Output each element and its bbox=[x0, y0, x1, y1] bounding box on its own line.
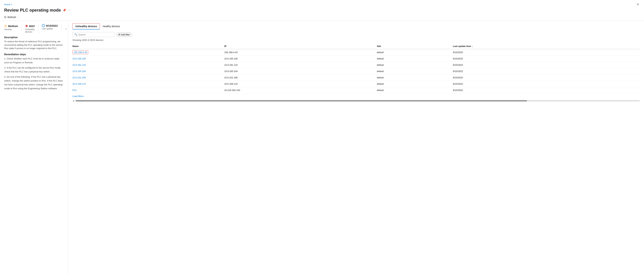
last-update-item: 9/15/2022 Last update bbox=[42, 24, 62, 30]
add-filter-label: Add filter bbox=[121, 33, 130, 36]
right-panel: Unhealthy devicesHealthy devices 🔍 ⊞ Add… bbox=[68, 21, 644, 274]
table-row: 10.0.191.11010.0.191.110default9/15/2022 bbox=[72, 62, 640, 68]
main-content: ⚠ Medium Severity ⊗ 2623 Unhealthy devic… bbox=[0, 21, 644, 274]
breadcrumb-sep: > bbox=[11, 3, 12, 6]
table-row: 192.168.4.43192.168.4.43default9/15/2022 bbox=[72, 49, 640, 56]
remediation-step: 3. Do one of the following: If the PLC h… bbox=[4, 75, 64, 90]
scroll-track[interactable] bbox=[76, 100, 640, 101]
device-name-link[interactable]: 10.9.100.104 bbox=[72, 70, 86, 73]
device-last-update: 9/15/2022 bbox=[453, 62, 640, 68]
devices-table: NameIPSiteLast update time ↓ 192.168.4.4… bbox=[72, 44, 640, 93]
left-panel: ⚠ Medium Severity ⊗ 2623 Unhealthy devic… bbox=[0, 21, 68, 274]
device-ip: 192.168.4.43 bbox=[224, 49, 377, 56]
scroll-thumb bbox=[76, 100, 527, 101]
remediation-step: 1. Check whether each PLC must be in uns… bbox=[4, 57, 64, 65]
remediation-step: 2. If the PLC can be configured to the s… bbox=[4, 66, 64, 74]
unhealthy-item: ⊗ 2623 Unhealthy devices bbox=[25, 24, 38, 33]
add-filter-button[interactable]: ⊞ Add filter bbox=[116, 32, 132, 37]
device-last-update: 9/15/2022 bbox=[453, 87, 640, 93]
table-row: 10.0.109.11010.0.109.110default9/15/2022 bbox=[72, 81, 640, 87]
device-name-link[interactable]: 192.168.4.43 bbox=[72, 51, 88, 54]
device-last-update: 9/15/2022 bbox=[453, 68, 640, 74]
table-row: PLC10.216.292.143default9/15/2022 bbox=[72, 87, 640, 93]
refresh-button[interactable]: ↻ Refresh bbox=[4, 16, 16, 19]
last-update-value: 9/15/2022 bbox=[42, 24, 58, 27]
device-last-update: 9/15/2022 bbox=[453, 49, 640, 56]
severity-text: Medium bbox=[8, 25, 18, 28]
remediation-section: Remediation steps 1. Check whether each … bbox=[4, 53, 64, 92]
device-site: default bbox=[377, 68, 453, 74]
remediation-steps: 1. Check whether each PLC must be in uns… bbox=[4, 57, 64, 91]
load-more-link[interactable]: Load More... bbox=[72, 95, 640, 97]
description-title: Description bbox=[4, 36, 64, 39]
unhealthy-label: Unhealthy devices bbox=[25, 28, 35, 33]
search-box: 🔍 bbox=[72, 32, 114, 37]
device-site: default bbox=[377, 56, 453, 62]
device-site: default bbox=[377, 81, 453, 87]
device-ip: 10.9.100.104 bbox=[224, 68, 377, 74]
error-icon: ⊗ bbox=[25, 24, 28, 28]
top-bar: Home > ✕ bbox=[0, 0, 644, 7]
device-name-link[interactable]: 10.0.109.110 bbox=[72, 83, 86, 85]
device-site: default bbox=[377, 62, 453, 68]
device-last-update: 9/15/2022 bbox=[453, 74, 640, 81]
device-site: default bbox=[377, 49, 453, 56]
device-site: default bbox=[377, 74, 453, 81]
table-row: 10.0.100.10010.0.100.100default9/15/2022 bbox=[72, 56, 640, 62]
breadcrumb-home[interactable]: Home bbox=[4, 3, 10, 6]
severity-row: ⚠ Medium Severity ⊗ 2623 Unhealthy devic… bbox=[4, 24, 64, 33]
description-section: Description To reduce the threat of mali… bbox=[4, 36, 64, 50]
scroll-area: NameIPSiteLast update time ↓ 192.168.4.4… bbox=[72, 44, 640, 102]
device-ip: 10.0.191.110 bbox=[224, 62, 377, 68]
device-ip: 10.0.109.110 bbox=[224, 81, 377, 87]
device-name-link[interactable]: PLC bbox=[72, 89, 77, 91]
remediation-title: Remediation steps bbox=[4, 53, 64, 56]
tabs-container: Unhealthy devicesHealthy devices bbox=[72, 23, 640, 29]
clock-icon bbox=[42, 24, 45, 27]
device-name-link[interactable]: 10.0.101.195 bbox=[72, 76, 86, 79]
device-site: default bbox=[377, 87, 453, 93]
device-name-link[interactable]: 10.0.191.110 bbox=[72, 64, 86, 66]
last-update-label: Last update bbox=[42, 28, 58, 30]
severity-item: ⚠ Medium Severity bbox=[4, 24, 22, 31]
unhealthy-value: ⊗ 2623 bbox=[25, 24, 35, 28]
device-last-update: 9/15/2022 bbox=[453, 81, 640, 87]
search-row: 🔍 ⊞ Add filter bbox=[72, 32, 640, 37]
page-title: Review PLC operating mode bbox=[4, 8, 61, 13]
device-ip: 10.0.101.195 bbox=[224, 74, 377, 81]
severity-value: ⚠ Medium bbox=[4, 24, 18, 28]
refresh-label: Refresh bbox=[8, 16, 16, 19]
nav-arrow-icon[interactable]: › bbox=[66, 27, 67, 31]
pin-icon[interactable]: 📌 bbox=[63, 9, 66, 12]
unhealthy-count: 2623 bbox=[29, 25, 35, 28]
search-input[interactable] bbox=[78, 33, 112, 36]
last-update-date: 9/15/2022 bbox=[46, 24, 58, 27]
toolbar: ↻ Refresh bbox=[0, 14, 644, 21]
device-name-link[interactable]: 10.0.100.100 bbox=[72, 57, 86, 60]
showing-count: Showing 1000 of 2623 devices bbox=[72, 39, 640, 41]
table-row: 10.0.101.19510.0.101.195default9/15/2022 bbox=[72, 74, 640, 81]
more-icon[interactable]: ··· bbox=[68, 9, 71, 12]
device-ip: 10.0.100.100 bbox=[224, 56, 377, 62]
filter-icon: ⊞ bbox=[118, 33, 120, 36]
table-row: 10.9.100.10410.9.100.104default9/15/2022 bbox=[72, 68, 640, 74]
search-icon: 🔍 bbox=[74, 33, 77, 36]
refresh-icon: ↻ bbox=[4, 16, 6, 19]
col-header-last_update[interactable]: Last update time ↓ bbox=[453, 44, 640, 49]
col-header-site: Site bbox=[377, 44, 453, 49]
description-text: To reduce the threat of malicious PLC pr… bbox=[4, 40, 64, 50]
warning-icon: ⚠ bbox=[4, 24, 7, 28]
scroll-left-arrow[interactable]: ◄ bbox=[72, 100, 74, 102]
tab-unhealthy[interactable]: Unhealthy devices bbox=[72, 23, 100, 29]
severity-label: Severity bbox=[4, 28, 18, 31]
page-container: Home > ✕ Review PLC operating mode 📌 ···… bbox=[0, 0, 644, 274]
device-ip: 10.216.292.143 bbox=[224, 87, 377, 93]
close-button[interactable]: ✕ bbox=[636, 2, 640, 7]
tab-healthy[interactable]: Healthy devices bbox=[100, 23, 123, 29]
device-last-update: 9/15/2022 bbox=[453, 56, 640, 62]
col-header-name: Name bbox=[72, 44, 224, 49]
breadcrumb: Home > bbox=[4, 3, 12, 6]
horizontal-scroll: ◄ bbox=[72, 100, 640, 102]
title-row: Review PLC operating mode 📌 ··· bbox=[0, 7, 644, 14]
col-header-ip: IP bbox=[224, 44, 377, 49]
